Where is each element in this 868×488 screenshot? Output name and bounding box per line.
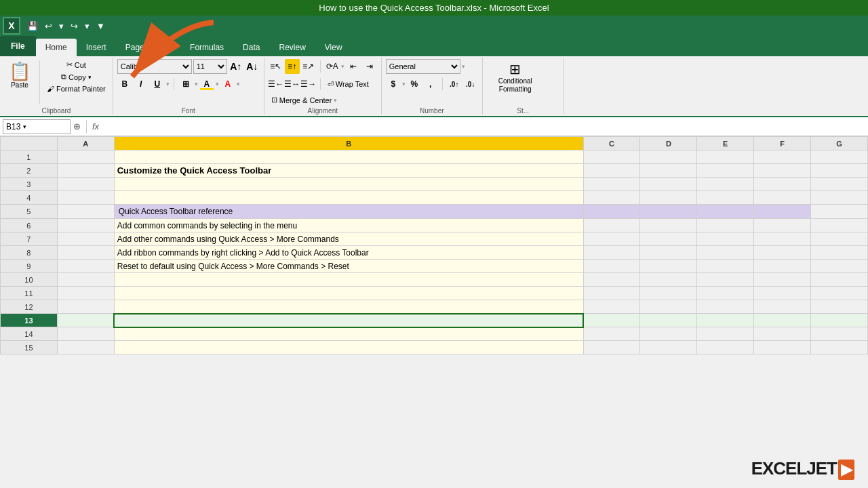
- cell-d10[interactable]: [640, 273, 697, 287]
- font-family-select[interactable]: Calibri: [117, 59, 192, 74]
- cell-b12[interactable]: [114, 300, 583, 314]
- cell-b15[interactable]: [114, 341, 583, 354]
- cell-g11[interactable]: [811, 287, 868, 300]
- cut-button[interactable]: ✂ Cut: [64, 59, 89, 70]
- cell-c1[interactable]: [583, 150, 640, 164]
- cell-f2[interactable]: [754, 164, 811, 178]
- fill-color-button[interactable]: A: [199, 77, 214, 92]
- cell-e6[interactable]: [697, 219, 754, 232]
- increase-decimal-button[interactable]: .0↑: [447, 77, 462, 92]
- cell-g2[interactable]: [811, 164, 868, 178]
- cell-b2[interactable]: Customize the Quick Access Toolbar: [114, 164, 583, 178]
- undo-button[interactable]: ↩: [42, 20, 55, 33]
- cell-f4[interactable]: [754, 191, 811, 205]
- cell-c8[interactable]: [583, 246, 640, 260]
- cell-e7[interactable]: [697, 232, 754, 246]
- cell-d11[interactable]: [640, 287, 697, 300]
- col-header-d[interactable]: D: [640, 137, 697, 150]
- cell-g8[interactable]: [811, 246, 868, 260]
- cell-g7[interactable]: [811, 232, 868, 246]
- cell-f12[interactable]: [754, 300, 811, 314]
- align-mid-button[interactable]: ☰↔: [285, 77, 300, 92]
- comma-button[interactable]: ,: [423, 77, 438, 92]
- redo-dropdown[interactable]: ▾: [82, 20, 92, 33]
- cell-e11[interactable]: [697, 287, 754, 300]
- cell-b6[interactable]: Add common commands by selecting in the …: [114, 219, 583, 232]
- cell-b7[interactable]: Add other commands using Quick Access > …: [114, 232, 583, 246]
- cell-e13[interactable]: [697, 314, 754, 327]
- cell-d14[interactable]: [640, 327, 697, 341]
- cell-f3[interactable]: [754, 178, 811, 191]
- cell-e1[interactable]: [697, 150, 754, 164]
- save-button[interactable]: 💾: [24, 20, 41, 33]
- cell-g3[interactable]: [811, 178, 868, 191]
- increase-font-button[interactable]: A↑: [229, 59, 243, 74]
- cell-d12[interactable]: [640, 300, 697, 314]
- cell-a8[interactable]: [57, 246, 114, 260]
- cell-b1[interactable]: [114, 150, 583, 164]
- cell-c4[interactable]: [583, 191, 640, 205]
- undo-dropdown[interactable]: ▾: [56, 20, 66, 33]
- align-top-right-button[interactable]: ≡↗: [301, 59, 316, 74]
- cell-g15[interactable]: [811, 341, 868, 354]
- col-header-c[interactable]: C: [583, 137, 640, 150]
- cell-e14[interactable]: [697, 327, 754, 341]
- col-header-g[interactable]: G: [811, 137, 868, 150]
- cell-b10[interactable]: [114, 273, 583, 287]
- redo-button[interactable]: ↪: [68, 20, 81, 33]
- cell-a1[interactable]: [57, 150, 114, 164]
- percent-button[interactable]: %: [407, 77, 422, 92]
- cell-f7[interactable]: [754, 232, 811, 246]
- cell-c6[interactable]: [583, 219, 640, 232]
- cell-c14[interactable]: [583, 327, 640, 341]
- fx-expand-button[interactable]: ⊕: [73, 121, 81, 131]
- tab-insert[interactable]: Insert: [77, 39, 116, 56]
- cell-a12[interactable]: [57, 300, 114, 314]
- cell-d1[interactable]: [640, 150, 697, 164]
- cell-a9[interactable]: [57, 260, 114, 273]
- number-format-select[interactable]: General: [386, 59, 460, 74]
- cell-g12[interactable]: [811, 300, 868, 314]
- cell-f13[interactable]: [754, 314, 811, 327]
- cell-a2[interactable]: [57, 164, 114, 178]
- cell-f1[interactable]: [754, 150, 811, 164]
- cell-b5[interactable]: Quick Access Toolbar reference: [114, 205, 583, 219]
- cell-g9[interactable]: [811, 260, 868, 273]
- cell-f15[interactable]: [754, 341, 811, 354]
- cell-a13[interactable]: [57, 314, 114, 327]
- cell-g5[interactable]: [811, 205, 868, 219]
- col-header-e[interactable]: E: [697, 137, 754, 150]
- cell-f11[interactable]: [754, 287, 811, 300]
- cell-e8[interactable]: [697, 246, 754, 260]
- wrap-text-button[interactable]: ⏎ Wrap Text: [325, 79, 372, 90]
- cell-b14[interactable]: [114, 327, 583, 341]
- cell-b11[interactable]: [114, 287, 583, 300]
- align-top-left-button[interactable]: ≡↖: [269, 59, 283, 74]
- cell-b13[interactable]: [114, 314, 583, 327]
- cell-e10[interactable]: [697, 273, 754, 287]
- cell-f5[interactable]: [754, 205, 811, 219]
- paste-button[interactable]: 📋 Paste: [4, 59, 35, 92]
- bold-button[interactable]: B: [117, 77, 132, 92]
- decrease-decimal-button[interactable]: .0↓: [463, 77, 478, 92]
- col-header-a[interactable]: A: [57, 137, 114, 150]
- tab-data[interactable]: Data: [233, 39, 269, 56]
- cell-a10[interactable]: [57, 273, 114, 287]
- cell-f14[interactable]: [754, 327, 811, 341]
- italic-button[interactable]: I: [134, 77, 149, 92]
- align-center-button[interactable]: ≡↑: [285, 59, 300, 74]
- tab-home[interactable]: Home: [36, 39, 77, 56]
- cell-d9[interactable]: [640, 260, 697, 273]
- cell-g10[interactable]: [811, 273, 868, 287]
- cell-e12[interactable]: [697, 300, 754, 314]
- cell-c2[interactable]: [583, 164, 640, 178]
- tab-page-layout[interactable]: Page Layout: [116, 39, 180, 56]
- format-painter-button[interactable]: 🖌 Format Painter: [44, 83, 108, 94]
- cell-e2[interactable]: [697, 164, 754, 178]
- name-box[interactable]: B13 ▾: [3, 119, 71, 134]
- cell-b4[interactable]: [114, 191, 583, 205]
- name-box-dropdown[interactable]: ▾: [23, 123, 26, 130]
- underline-button[interactable]: U: [150, 77, 165, 92]
- font-size-select[interactable]: 11: [193, 59, 227, 74]
- cell-d3[interactable]: [640, 178, 697, 191]
